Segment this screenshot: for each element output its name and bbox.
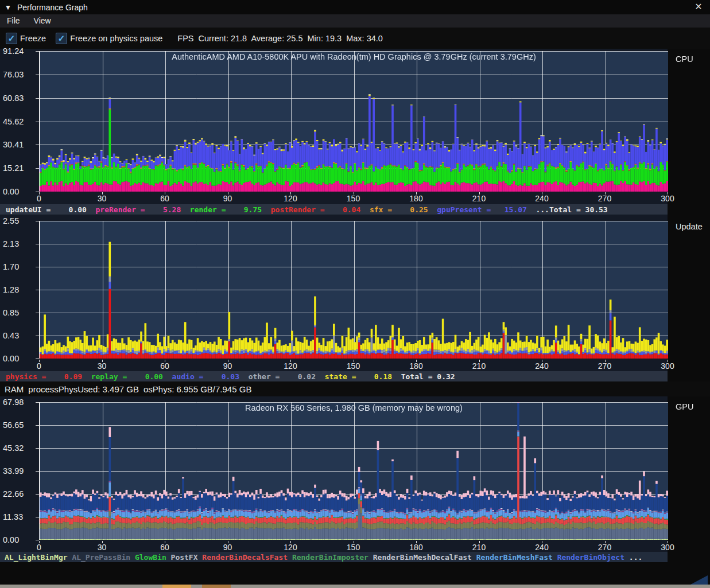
cpu-right-label: CPU — [676, 54, 693, 64]
y-tick-mark — [36, 540, 39, 540]
legend-item: RenderBinMeshFast — [476, 553, 553, 562]
window-title: Performance Graph — [17, 3, 88, 12]
y-tick-label: 60.83 — [3, 94, 24, 103]
menu-file[interactable]: File — [0, 14, 27, 28]
x-tick-label: 240 — [535, 194, 548, 203]
x-tick-label: 270 — [598, 543, 611, 552]
x-tick-label: 300 — [661, 361, 674, 371]
background-corner-shape — [690, 575, 708, 585]
legend-item: PostFX — [171, 553, 198, 562]
x-tick-label: 300 — [661, 194, 674, 203]
cpu-legend: updateUI = 0.00preRender = 5.28render = … — [0, 204, 668, 215]
window-triangle-icon: ▼ — [5, 3, 11, 11]
freeze-checkbox[interactable]: ✓ — [6, 33, 17, 44]
ram-status-bar: RAM processPhysUsed: 3.497 GB osPhys: 6.… — [0, 381, 710, 396]
x-tick-label: 60 — [160, 543, 169, 552]
update-chart-section: 2.552.131.701.280.850.430.00 03060901201… — [0, 215, 668, 381]
background-window-strip — [0, 585, 710, 588]
x-tick-label: 180 — [409, 543, 422, 552]
y-tick-label: 0.85 — [3, 308, 19, 317]
x-tick-label: 300 — [661, 543, 674, 552]
freeze-physics-checkbox[interactable]: ✓ — [56, 33, 67, 44]
update-right-label: Update — [676, 222, 703, 231]
y-tick-label: 45.62 — [3, 117, 24, 126]
y-tick-label: 2.55 — [3, 216, 19, 225]
performance-graph-window: ▼ Performance Graph ✕ File View ✓ Freeze… — [0, 0, 710, 588]
x-tick-label: 90 — [223, 543, 232, 552]
x-tick-label: 270 — [598, 194, 611, 203]
gpu-legend: AL_LightBinMgrAL_PrePassBinGlowBinPostFX… — [0, 552, 668, 562]
y-tick-label: 15.21 — [3, 163, 24, 173]
x-tick-label: 0 — [37, 361, 41, 371]
y-tick-label: 76.03 — [3, 70, 24, 79]
x-tick-label: 0 — [37, 194, 41, 203]
x-tick-label: 210 — [472, 543, 486, 552]
x-tick-label: 240 — [535, 543, 548, 552]
legend-item: Total = 0.32 — [401, 372, 455, 381]
y-tick-label: 30.41 — [3, 140, 24, 149]
ram-label: RAM — [5, 384, 24, 394]
x-tick-label: 120 — [284, 361, 297, 371]
x-tick-label: 240 — [535, 361, 548, 371]
legend-item: ... — [629, 553, 642, 562]
fps-stats: Current: 21.8 Average: 25.5 Min: 19.3 Ma… — [199, 34, 383, 43]
y-tick-label: 67.98 — [3, 398, 24, 407]
legend-item: RenderBinImposter — [292, 553, 368, 562]
cpu-chart-canvas — [40, 51, 668, 192]
legend-item: updateUI = 0.00 — [6, 205, 87, 214]
x-tick-label: 120 — [284, 543, 297, 552]
legend-item: render = 9.75 — [190, 205, 262, 214]
y-tick-label: 91.24 — [3, 46, 24, 56]
cpu-plot: AuthenticAMD AMD A10-5800K APU with Rade… — [39, 51, 668, 192]
freeze-physics-label: Freeze on physics pause — [70, 34, 162, 43]
background-strip-accent-2 — [202, 585, 231, 588]
x-tick-label: 90 — [223, 194, 232, 203]
x-tick-label: 150 — [347, 194, 360, 203]
y-tick-label: 22.66 — [3, 489, 24, 499]
legend-item: physics = 0.09 — [6, 372, 82, 381]
x-tick-label: 90 — [223, 361, 232, 371]
y-tick-label: 56.65 — [3, 420, 24, 430]
menu-view[interactable]: View — [27, 14, 58, 28]
x-tick-label: 60 — [160, 361, 169, 371]
legend-item: postRender = 0.04 — [271, 205, 361, 214]
legend-item: AL_LightBinMgr — [5, 553, 68, 562]
legend-item: RenderBinObject — [557, 553, 624, 562]
gpu-chart-canvas — [40, 402, 668, 540]
cpu-chart-section: 91.2476.0360.8345.6230.4115.210.00 Authe… — [0, 49, 668, 215]
x-tick-label: 150 — [347, 361, 360, 371]
update-chart-canvas — [40, 221, 668, 359]
update-y-axis: 2.552.131.701.280.850.430.00 — [0, 221, 39, 359]
x-tick-label: 0 — [37, 543, 41, 552]
update-x-axis: 0306090120150180210240270300 — [39, 360, 668, 372]
close-icon[interactable]: ✕ — [692, 1, 705, 13]
x-tick-label: 210 — [472, 194, 486, 203]
y-tick-label: 11.33 — [3, 512, 23, 521]
x-tick-label: 30 — [98, 543, 107, 552]
y-tick-label: 45.32 — [3, 443, 24, 453]
freeze-label: Freeze — [20, 34, 46, 43]
gpu-y-axis: 67.9856.6545.3233.9922.6611.330.00 — [0, 402, 39, 540]
title-bar[interactable]: ▼ Performance Graph ✕ — [0, 0, 710, 14]
y-tick-mark — [36, 359, 39, 359]
legend-item: gpuPresent = 15.07 — [437, 205, 527, 214]
cpu-y-axis: 91.2476.0360.8345.6230.4115.210.00 — [0, 51, 39, 192]
y-tick-label: 0.00 — [3, 535, 19, 544]
x-tick-label: 150 — [347, 543, 360, 552]
legend-item: sfx = 0.25 — [370, 205, 428, 214]
update-plot — [39, 221, 668, 359]
x-tick-label: 210 — [472, 361, 486, 371]
legend-item: other = 0.02 — [249, 372, 316, 381]
update-legend: physics = 0.09replay = 0.00audio = 0.03o… — [0, 371, 668, 381]
x-tick-label: 30 — [98, 361, 107, 371]
ram-process-used: processPhysUsed: 3.497 GB — [28, 384, 139, 394]
menu-bar: File View — [0, 14, 710, 28]
y-tick-label: 0.00 — [3, 187, 19, 196]
y-tick-label: 0.00 — [3, 354, 19, 363]
x-tick-label: 120 — [284, 194, 297, 203]
ram-os-phys: osPhys: 6.955 GB/7.945 GB — [143, 384, 251, 394]
gpu-chart-section: 67.9856.6545.3233.9922.6611.330.00 Radeo… — [0, 396, 668, 562]
background-strip-accent — [162, 585, 191, 588]
legend-item: RenderBinMeshDecalFast — [373, 553, 472, 562]
y-tick-label: 1.28 — [3, 285, 19, 294]
